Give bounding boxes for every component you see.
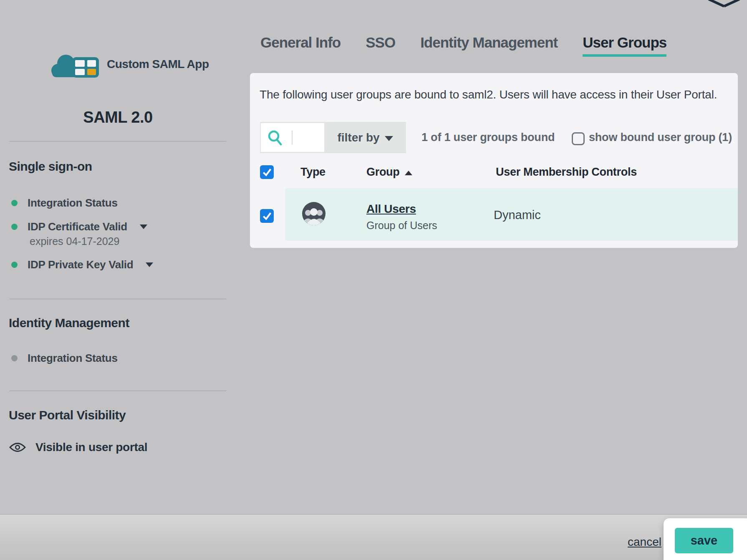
divider xyxy=(10,299,227,299)
column-header-membership: User Membership Controls xyxy=(496,166,637,179)
save-button[interactable]: save xyxy=(675,528,733,553)
divider xyxy=(10,391,227,391)
user-group-avatar-icon xyxy=(302,202,326,226)
certificate-expiry-note: expires 04-17-2029 xyxy=(30,235,119,247)
caret-down-icon xyxy=(385,136,393,141)
search-icon xyxy=(268,130,283,146)
group-type-label: Group of Users xyxy=(366,219,437,232)
sidebar-heading-identity-management: Identity Management xyxy=(9,316,129,330)
tab-sso[interactable]: SSO xyxy=(366,34,395,56)
tab-bar: General Info SSO Identity Management Use… xyxy=(260,34,666,56)
group-search-field[interactable] xyxy=(261,123,324,152)
tab-identity-management[interactable]: Identity Management xyxy=(420,34,558,56)
check-icon xyxy=(261,210,273,222)
tab-user-groups[interactable]: User Groups xyxy=(583,34,666,56)
portal-visibility-status: Visible in user portal xyxy=(9,441,147,454)
sidebar-item-integration-status: Integration Status xyxy=(11,195,118,210)
protocol-title: SAML 2.0 xyxy=(8,108,227,126)
status-dot-green-icon xyxy=(11,200,18,206)
status-dot-green-icon xyxy=(11,224,18,230)
filter-by-dropdown[interactable]: filter by xyxy=(324,122,406,153)
status-dot-green-icon xyxy=(11,262,18,268)
select-all-checkbox[interactable] xyxy=(260,165,274,179)
text-cursor xyxy=(292,131,293,145)
cancel-button[interactable]: cancel xyxy=(628,535,661,549)
user-groups-panel: The following user groups are bound to s… xyxy=(250,73,738,248)
custom-saml-app-icon xyxy=(49,51,101,78)
caret-down-icon xyxy=(140,225,147,229)
app-logo-label: Custom SAML App xyxy=(107,58,209,71)
sidebar-heading-sso: Single sign-on xyxy=(9,159,92,174)
caret-down-icon xyxy=(146,262,153,267)
tab-general-info[interactable]: General Info xyxy=(260,34,341,56)
eye-icon xyxy=(9,441,26,453)
row-checkbox[interactable] xyxy=(260,209,274,223)
divider xyxy=(10,141,227,141)
show-bound-label: show bound user group (1) xyxy=(589,131,732,144)
sidebar-item-idm-integration-status: Integration Status xyxy=(11,351,118,366)
show-bound-checkbox[interactable] xyxy=(572,132,585,145)
sort-ascending-icon xyxy=(405,171,412,175)
column-header-type: Type xyxy=(300,166,326,179)
status-dot-gray-icon xyxy=(11,355,18,361)
sidebar-item-idp-certificate[interactable]: IDP Certificate Valid xyxy=(11,219,147,234)
membership-value: Dynamic xyxy=(494,208,541,222)
sidebar-item-idp-private-key[interactable]: IDP Private Key Valid xyxy=(11,257,153,272)
column-header-group[interactable]: Group xyxy=(366,166,412,179)
filter-bar: filter by xyxy=(260,122,406,153)
group-name-link[interactable]: All Users xyxy=(366,202,416,216)
panel-description: The following user groups are bound to s… xyxy=(260,88,717,101)
close-icon[interactable] xyxy=(707,0,741,8)
check-icon xyxy=(261,166,273,178)
bound-groups-count: 1 of 1 user groups bound xyxy=(421,131,555,144)
app-logo: Custom SAML App xyxy=(49,51,209,78)
sidebar-heading-user-portal-visibility: User Portal Visibility xyxy=(9,408,126,422)
